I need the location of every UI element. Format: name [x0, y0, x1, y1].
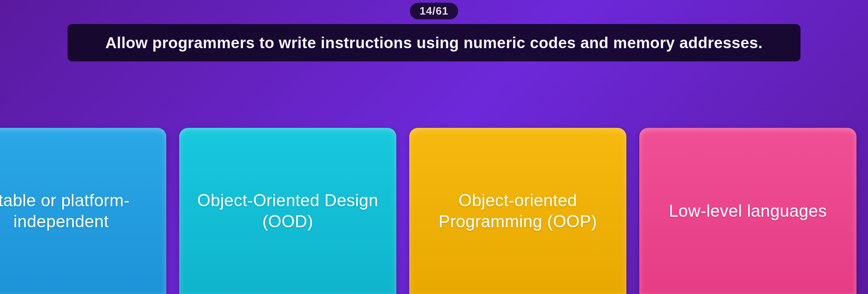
answer-option-4[interactable]: Low-level languages — [639, 128, 856, 294]
answer-option-3[interactable]: Object-oriented Programming (OOP) — [409, 128, 626, 294]
answer-label: rtable or platform-independent — [0, 190, 154, 232]
progress-badge: 14/61 — [410, 3, 458, 19]
progress-text: 14/61 — [419, 5, 448, 17]
answer-label: Object-oriented Programming (OOP) — [421, 190, 614, 232]
answer-option-2[interactable]: Object-Oriented Design (OOD) — [179, 128, 396, 294]
answer-option-1[interactable]: rtable or platform-independent — [0, 128, 166, 294]
answers-row: rtable or platform-independent Object-Or… — [0, 128, 868, 294]
answer-label: Object-Oriented Design (OOD) — [191, 190, 384, 232]
question-text: Allow programmers to write instructions … — [105, 34, 762, 52]
quiz-header: 14/61 Allow programmers to write instruc… — [0, 0, 868, 61]
answer-label: Low-level languages — [669, 200, 827, 222]
question-bar: Allow programmers to write instructions … — [68, 24, 800, 61]
